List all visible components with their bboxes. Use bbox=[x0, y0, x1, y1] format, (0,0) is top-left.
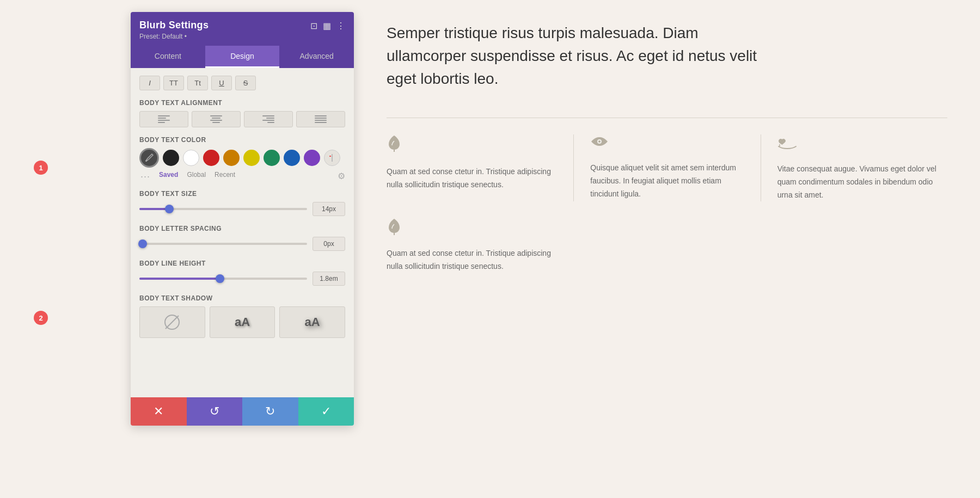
panel-grid-icon[interactable]: ▦ bbox=[323, 21, 331, 31]
leaf-icon-2 bbox=[387, 218, 402, 235]
undo-button[interactable]: ↺ bbox=[187, 397, 243, 426]
bottom-card-2 bbox=[573, 218, 760, 273]
panel-header: Blurb Settings Preset: Default • ⊡ ▦ ⋮ bbox=[131, 12, 354, 46]
eyedropper-btn[interactable] bbox=[139, 148, 159, 168]
card-2: Quisque aliquet velit sit amet sem inter… bbox=[573, 134, 760, 201]
align-right-btn[interactable] bbox=[244, 111, 293, 127]
redo-button[interactable]: ↻ bbox=[242, 397, 298, 426]
leaf-icon-1 bbox=[387, 134, 402, 152]
save-button[interactable]: ✓ bbox=[298, 397, 354, 426]
shadow-light-text: aA bbox=[235, 315, 250, 329]
panel-body: I TT Tt U S Body Text Alignment bbox=[131, 68, 354, 397]
tab-design[interactable]: Design bbox=[205, 46, 280, 68]
letter-spacing-section: Body Letter Spacing 0px bbox=[139, 225, 345, 251]
no-shadow-icon bbox=[164, 315, 180, 330]
size-slider-track[interactable] bbox=[139, 208, 307, 210]
body-text-size-section: Body Text Size 14px bbox=[139, 190, 345, 216]
color-tabs-row: ··· Saved Global Recent ⚙ bbox=[139, 171, 345, 182]
format-underline-btn[interactable]: U bbox=[211, 76, 232, 90]
line-height-slider-row: 1.8em bbox=[139, 272, 345, 286]
bottom-card-1-icon bbox=[387, 218, 557, 237]
color-tab-settings[interactable]: ⚙ bbox=[338, 171, 345, 182]
card-3-text: Vitae consequat augue. Vivamus eget dolo… bbox=[777, 163, 947, 201]
bottom-card-1-text: Quam at sed conse ctetur in. Tristique a… bbox=[387, 247, 557, 273]
size-label: Body Text Size bbox=[139, 190, 345, 198]
card-1-icon bbox=[387, 134, 557, 156]
color-orange[interactable] bbox=[223, 150, 240, 166]
color-tab-more[interactable]: ··· bbox=[140, 171, 150, 182]
color-white[interactable] bbox=[183, 150, 199, 166]
card-2-text: Quisque aliquet velit sit amet sem inter… bbox=[590, 162, 744, 200]
align-justify-btn[interactable] bbox=[296, 111, 345, 127]
color-label: Body Text Color bbox=[139, 136, 345, 144]
format-row: I TT Tt U S bbox=[139, 76, 345, 90]
format-strikethrough-btn[interactable]: S bbox=[235, 76, 256, 90]
content-area: Semper tristique risus turpis malesuada.… bbox=[354, 0, 980, 498]
shadow-heavy-text: aA bbox=[305, 315, 320, 329]
format-capitalize-btn[interactable]: Tt bbox=[187, 76, 208, 90]
svg-point-0 bbox=[145, 160, 147, 162]
card-3: Vitae consequat augue. Vivamus eget dolo… bbox=[761, 134, 947, 201]
alignment-row bbox=[139, 111, 345, 127]
line-height-value[interactable]: 1.8em bbox=[313, 272, 345, 286]
panel-expand-icon[interactable]: ⊡ bbox=[310, 21, 317, 31]
size-slider-row: 14px bbox=[139, 202, 345, 216]
size-value[interactable]: 14px bbox=[313, 202, 345, 216]
hand-heart-icon bbox=[777, 134, 797, 151]
step-badge-2: 2 bbox=[34, 311, 48, 325]
panel-title: Blurb Settings bbox=[139, 20, 209, 31]
settings-panel: Blurb Settings Preset: Default • ⊡ ▦ ⋮ C… bbox=[131, 12, 354, 426]
svg-point-5 bbox=[598, 140, 601, 143]
card-1: Quam at sed conse ctetur in. Tristique a… bbox=[387, 134, 573, 201]
bottom-card-1: Quam at sed conse ctetur in. Tristique a… bbox=[387, 218, 573, 273]
eyedropper-icon bbox=[145, 153, 154, 162]
spacing-slider-row: 0px bbox=[139, 237, 345, 251]
align-center-btn[interactable] bbox=[192, 111, 241, 127]
align-left-btn[interactable] bbox=[139, 111, 188, 127]
spacing-label: Body Letter Spacing bbox=[139, 225, 345, 232]
hero-text: Semper tristique risus turpis malesuada.… bbox=[387, 22, 779, 90]
color-red[interactable] bbox=[203, 150, 219, 166]
bottom-card-3 bbox=[761, 218, 947, 273]
shadow-heavy-btn[interactable]: aA bbox=[279, 306, 345, 338]
spacing-slider-track[interactable] bbox=[139, 243, 307, 245]
color-blue[interactable] bbox=[284, 150, 300, 166]
tab-advanced[interactable]: Advanced bbox=[279, 46, 354, 68]
color-tab-recent[interactable]: Recent bbox=[215, 171, 235, 182]
panel-footer: ✕ ↺ ↻ ✓ bbox=[131, 397, 354, 426]
line-height-section: Body Line Height 1.8em bbox=[139, 260, 345, 286]
alignment-label: Body Text Alignment bbox=[139, 99, 345, 107]
format-uppercase-btn[interactable]: TT bbox=[163, 76, 184, 90]
line-height-slider-track[interactable] bbox=[139, 278, 307, 280]
shadow-none-btn[interactable] bbox=[139, 306, 205, 338]
panel-tabs: Content Design Advanced bbox=[131, 46, 354, 68]
color-black[interactable] bbox=[163, 150, 179, 166]
color-green[interactable] bbox=[264, 150, 280, 166]
picker-icon bbox=[328, 154, 336, 162]
format-italic-btn[interactable]: I bbox=[139, 76, 160, 90]
cancel-button[interactable]: ✕ bbox=[131, 397, 187, 426]
step-badge-1: 1 bbox=[34, 161, 48, 175]
shadow-light-btn[interactable]: aA bbox=[210, 306, 275, 338]
color-row bbox=[139, 148, 345, 168]
shadow-row: aA aA bbox=[139, 306, 345, 338]
card-3-icon bbox=[777, 134, 947, 153]
panel-preset[interactable]: Preset: Default • bbox=[139, 33, 209, 40]
panel-menu-icon[interactable]: ⋮ bbox=[336, 21, 345, 31]
tab-content[interactable]: Content bbox=[131, 46, 205, 68]
line-height-label: Body Line Height bbox=[139, 260, 345, 267]
color-tab-saved[interactable]: Saved bbox=[159, 171, 178, 182]
color-purple[interactable] bbox=[304, 150, 320, 166]
spacing-value[interactable]: 0px bbox=[313, 237, 345, 251]
color-tab-global[interactable]: Global bbox=[187, 171, 206, 182]
card-1-text: Quam at sed conse ctetur in. Tristique a… bbox=[387, 165, 557, 192]
panel-header-icons: ⊡ ▦ ⋮ bbox=[310, 21, 345, 31]
color-picker-btn[interactable] bbox=[324, 150, 340, 166]
card-2-icon bbox=[590, 134, 744, 152]
eye-icon bbox=[590, 135, 609, 148]
shadow-label: Body Text Shadow bbox=[139, 294, 345, 302]
color-yellow[interactable] bbox=[243, 150, 260, 166]
